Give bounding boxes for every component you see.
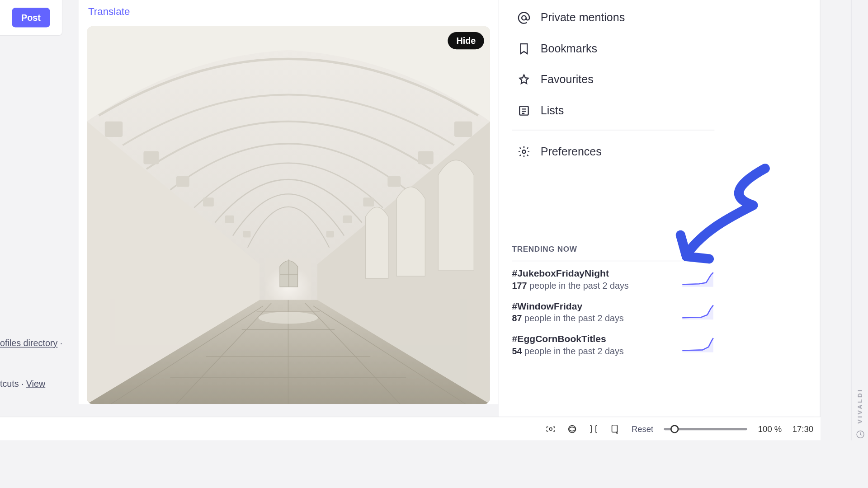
trending-sub: people in the past 2 days	[529, 280, 629, 290]
trending-sub: people in the past 2 days	[524, 346, 624, 356]
gear-icon	[517, 145, 531, 159]
post-button[interactable]: Post	[12, 8, 50, 27]
nav-label: Favourites	[541, 73, 594, 86]
page-actions-icon[interactable]	[609, 423, 621, 435]
navigation-column: Private mentions Bookmarks Favourites Li…	[499, 0, 821, 417]
trending-section: TRENDING NOW #JukeboxFridayNight 177 peo…	[512, 239, 715, 359]
bookmark-icon	[517, 42, 531, 56]
post-column: Translate	[79, 0, 498, 404]
svg-rect-2	[143, 151, 159, 164]
zoom-value: 100 %	[758, 424, 782, 433]
sparkline-icon	[681, 337, 715, 353]
browser-statusbar: Reset 100 % 17:30	[0, 417, 821, 441]
nav-label: Lists	[541, 104, 564, 117]
trending-sub: people in the past 2 days	[524, 313, 624, 323]
nav-label: Private mentions	[541, 11, 625, 24]
svg-point-31	[522, 150, 525, 153]
svg-rect-5	[225, 216, 234, 223]
nav-private-mentions[interactable]: Private mentions	[512, 2, 807, 33]
trending-tag: #JukeboxFridayNight	[512, 268, 629, 279]
svg-rect-8	[418, 151, 434, 164]
vivaldi-panel-rail: VIVALDI	[851, 0, 868, 452]
nav-preferences[interactable]: Preferences	[512, 136, 807, 167]
shortcuts-text: tcuts	[0, 379, 19, 389]
svg-point-33	[568, 425, 576, 432]
profiles-directory-link[interactable]: ofiles directory	[0, 338, 57, 348]
capture-icon[interactable]	[545, 423, 557, 435]
nav-bookmarks[interactable]: Bookmarks	[512, 33, 807, 64]
nav-label: Bookmarks	[541, 42, 597, 56]
footer-links-1: ofiles directory·	[0, 338, 71, 348]
sparkline-icon	[681, 304, 715, 320]
image-toggle-icon[interactable]	[587, 423, 599, 435]
trending-tag: #WindowFriday	[512, 301, 624, 312]
trending-item[interactable]: #JukeboxFridayNight 177 people in the pa…	[512, 261, 715, 294]
statusbar-clock: 17:30	[793, 424, 813, 433]
trending-tag: #EggCornBookTitles	[512, 334, 624, 345]
svg-rect-12	[326, 231, 334, 237]
trending-item[interactable]: #EggCornBookTitles 54 people in the past…	[512, 327, 715, 359]
trending-count: 177	[512, 280, 527, 290]
svg-rect-34	[612, 425, 617, 432]
list-icon	[517, 103, 531, 118]
svg-rect-1	[105, 122, 123, 137]
trending-item[interactable]: #WindowFriday 87 people in the past 2 da…	[512, 294, 715, 327]
svg-rect-9	[387, 176, 401, 187]
content-right-border	[815, 0, 821, 417]
svg-rect-10	[363, 197, 374, 206]
zoom-slider[interactable]	[664, 427, 747, 430]
tiling-icon[interactable]	[566, 423, 578, 435]
svg-rect-7	[454, 122, 472, 137]
vivaldi-label: VIVALDI	[857, 388, 863, 424]
svg-rect-6	[243, 231, 250, 237]
compose-rail: Post	[0, 0, 62, 36]
svg-point-32	[549, 427, 552, 430]
zoom-reset-button[interactable]: Reset	[632, 424, 653, 433]
nav-favourites[interactable]: Favourites	[512, 64, 807, 95]
svg-rect-3	[176, 176, 189, 187]
view-link[interactable]: View	[26, 379, 45, 389]
zoom-slider-thumb[interactable]	[670, 425, 679, 433]
nav-lists[interactable]: Lists	[512, 95, 807, 126]
svg-point-26	[522, 16, 526, 20]
trending-count: 87	[512, 313, 522, 323]
svg-point-25	[259, 312, 318, 324]
sparkline-icon	[681, 271, 715, 288]
star-icon	[517, 73, 531, 87]
footer-links-2: tcuts·View	[0, 379, 71, 389]
hide-media-button[interactable]: Hide	[448, 32, 484, 49]
nav-divider	[512, 130, 715, 130]
svg-rect-4	[203, 197, 214, 206]
at-icon	[517, 11, 531, 25]
post-image[interactable]: Hide	[87, 26, 490, 404]
svg-rect-11	[343, 216, 352, 223]
page-gutter	[0, 441, 868, 488]
trending-count: 54	[512, 346, 522, 356]
nav-label: Preferences	[541, 145, 602, 158]
translate-link[interactable]: Translate	[79, 0, 498, 26]
clock-icon[interactable]	[855, 430, 865, 441]
trending-title: TRENDING NOW	[512, 239, 715, 261]
